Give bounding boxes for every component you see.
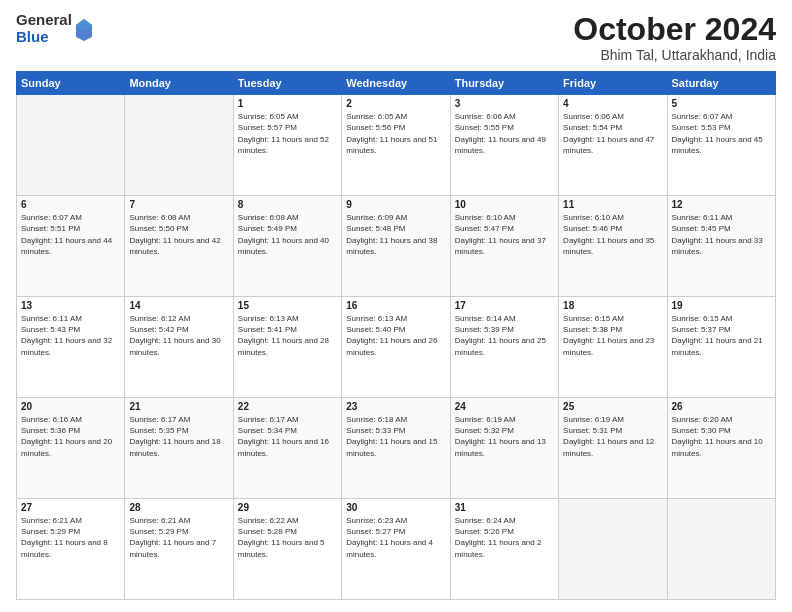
calendar-week-row: 13Sunrise: 6:11 AMSunset: 5:43 PMDayligh… [17,297,776,398]
table-row: 28Sunrise: 6:21 AMSunset: 5:29 PMDayligh… [125,499,233,600]
day-info: Sunrise: 6:06 AMSunset: 5:55 PMDaylight:… [455,111,554,156]
col-monday: Monday [125,72,233,95]
day-info: Sunrise: 6:15 AMSunset: 5:37 PMDaylight:… [672,313,771,358]
day-info: Sunrise: 6:24 AMSunset: 5:26 PMDaylight:… [455,515,554,560]
table-row: 13Sunrise: 6:11 AMSunset: 5:43 PMDayligh… [17,297,125,398]
day-info: Sunrise: 6:14 AMSunset: 5:39 PMDaylight:… [455,313,554,358]
day-info: Sunrise: 6:06 AMSunset: 5:54 PMDaylight:… [563,111,662,156]
day-info: Sunrise: 6:18 AMSunset: 5:33 PMDaylight:… [346,414,445,459]
logo-blue: Blue [16,29,72,46]
table-row: 8Sunrise: 6:08 AMSunset: 5:49 PMDaylight… [233,196,341,297]
day-number: 20 [21,401,120,412]
day-number: 1 [238,98,337,109]
table-row: 3Sunrise: 6:06 AMSunset: 5:55 PMDaylight… [450,95,558,196]
day-number: 30 [346,502,445,513]
calendar-week-row: 6Sunrise: 6:07 AMSunset: 5:51 PMDaylight… [17,196,776,297]
calendar-week-row: 1Sunrise: 6:05 AMSunset: 5:57 PMDaylight… [17,95,776,196]
table-row: 22Sunrise: 6:17 AMSunset: 5:34 PMDayligh… [233,398,341,499]
calendar-week-row: 27Sunrise: 6:21 AMSunset: 5:29 PMDayligh… [17,499,776,600]
day-info: Sunrise: 6:08 AMSunset: 5:49 PMDaylight:… [238,212,337,257]
table-row: 16Sunrise: 6:13 AMSunset: 5:40 PMDayligh… [342,297,450,398]
day-number: 27 [21,502,120,513]
table-row: 30Sunrise: 6:23 AMSunset: 5:27 PMDayligh… [342,499,450,600]
day-number: 10 [455,199,554,210]
day-info: Sunrise: 6:13 AMSunset: 5:40 PMDaylight:… [346,313,445,358]
day-number: 5 [672,98,771,109]
day-info: Sunrise: 6:21 AMSunset: 5:29 PMDaylight:… [21,515,120,560]
table-row: 19Sunrise: 6:15 AMSunset: 5:37 PMDayligh… [667,297,775,398]
location-subtitle: Bhim Tal, Uttarakhand, India [573,47,776,63]
day-number: 21 [129,401,228,412]
day-info: Sunrise: 6:08 AMSunset: 5:50 PMDaylight:… [129,212,228,257]
day-info: Sunrise: 6:09 AMSunset: 5:48 PMDaylight:… [346,212,445,257]
table-row: 27Sunrise: 6:21 AMSunset: 5:29 PMDayligh… [17,499,125,600]
table-row: 31Sunrise: 6:24 AMSunset: 5:26 PMDayligh… [450,499,558,600]
table-row [559,499,667,600]
calendar-header-row: Sunday Monday Tuesday Wednesday Thursday… [17,72,776,95]
table-row: 9Sunrise: 6:09 AMSunset: 5:48 PMDaylight… [342,196,450,297]
table-row: 15Sunrise: 6:13 AMSunset: 5:41 PMDayligh… [233,297,341,398]
logo-icon [74,17,94,41]
table-row: 23Sunrise: 6:18 AMSunset: 5:33 PMDayligh… [342,398,450,499]
day-number: 3 [455,98,554,109]
day-number: 22 [238,401,337,412]
table-row: 20Sunrise: 6:16 AMSunset: 5:36 PMDayligh… [17,398,125,499]
day-number: 26 [672,401,771,412]
table-row: 26Sunrise: 6:20 AMSunset: 5:30 PMDayligh… [667,398,775,499]
col-friday: Friday [559,72,667,95]
day-info: Sunrise: 6:15 AMSunset: 5:38 PMDaylight:… [563,313,662,358]
table-row: 4Sunrise: 6:06 AMSunset: 5:54 PMDaylight… [559,95,667,196]
title-block: October 2024 Bhim Tal, Uttarakhand, Indi… [573,12,776,63]
table-row: 1Sunrise: 6:05 AMSunset: 5:57 PMDaylight… [233,95,341,196]
col-sunday: Sunday [17,72,125,95]
col-thursday: Thursday [450,72,558,95]
table-row [667,499,775,600]
day-number: 7 [129,199,228,210]
table-row: 2Sunrise: 6:05 AMSunset: 5:56 PMDaylight… [342,95,450,196]
day-info: Sunrise: 6:10 AMSunset: 5:46 PMDaylight:… [563,212,662,257]
day-number: 9 [346,199,445,210]
day-number: 28 [129,502,228,513]
day-number: 16 [346,300,445,311]
day-number: 4 [563,98,662,109]
day-number: 19 [672,300,771,311]
day-info: Sunrise: 6:17 AMSunset: 5:35 PMDaylight:… [129,414,228,459]
day-number: 6 [21,199,120,210]
table-row: 24Sunrise: 6:19 AMSunset: 5:32 PMDayligh… [450,398,558,499]
day-info: Sunrise: 6:10 AMSunset: 5:47 PMDaylight:… [455,212,554,257]
day-number: 17 [455,300,554,311]
day-info: Sunrise: 6:11 AMSunset: 5:45 PMDaylight:… [672,212,771,257]
table-row: 14Sunrise: 6:12 AMSunset: 5:42 PMDayligh… [125,297,233,398]
day-number: 24 [455,401,554,412]
day-number: 15 [238,300,337,311]
day-info: Sunrise: 6:20 AMSunset: 5:30 PMDaylight:… [672,414,771,459]
day-number: 12 [672,199,771,210]
calendar-week-row: 20Sunrise: 6:16 AMSunset: 5:36 PMDayligh… [17,398,776,499]
day-number: 14 [129,300,228,311]
day-number: 29 [238,502,337,513]
table-row: 11Sunrise: 6:10 AMSunset: 5:46 PMDayligh… [559,196,667,297]
day-info: Sunrise: 6:23 AMSunset: 5:27 PMDaylight:… [346,515,445,560]
day-info: Sunrise: 6:07 AMSunset: 5:51 PMDaylight:… [21,212,120,257]
day-info: Sunrise: 6:19 AMSunset: 5:32 PMDaylight:… [455,414,554,459]
day-info: Sunrise: 6:12 AMSunset: 5:42 PMDaylight:… [129,313,228,358]
col-saturday: Saturday [667,72,775,95]
day-number: 2 [346,98,445,109]
col-wednesday: Wednesday [342,72,450,95]
table-row: 10Sunrise: 6:10 AMSunset: 5:47 PMDayligh… [450,196,558,297]
day-info: Sunrise: 6:11 AMSunset: 5:43 PMDaylight:… [21,313,120,358]
day-number: 23 [346,401,445,412]
header: General Blue October 2024 Bhim Tal, Utta… [16,12,776,63]
logo: General Blue [16,12,94,45]
table-row: 18Sunrise: 6:15 AMSunset: 5:38 PMDayligh… [559,297,667,398]
month-title: October 2024 [573,12,776,47]
day-info: Sunrise: 6:21 AMSunset: 5:29 PMDaylight:… [129,515,228,560]
logo-general: General [16,12,72,29]
day-number: 13 [21,300,120,311]
logo-text: General Blue [16,12,72,45]
col-tuesday: Tuesday [233,72,341,95]
table-row [17,95,125,196]
day-number: 11 [563,199,662,210]
day-number: 18 [563,300,662,311]
table-row: 6Sunrise: 6:07 AMSunset: 5:51 PMDaylight… [17,196,125,297]
